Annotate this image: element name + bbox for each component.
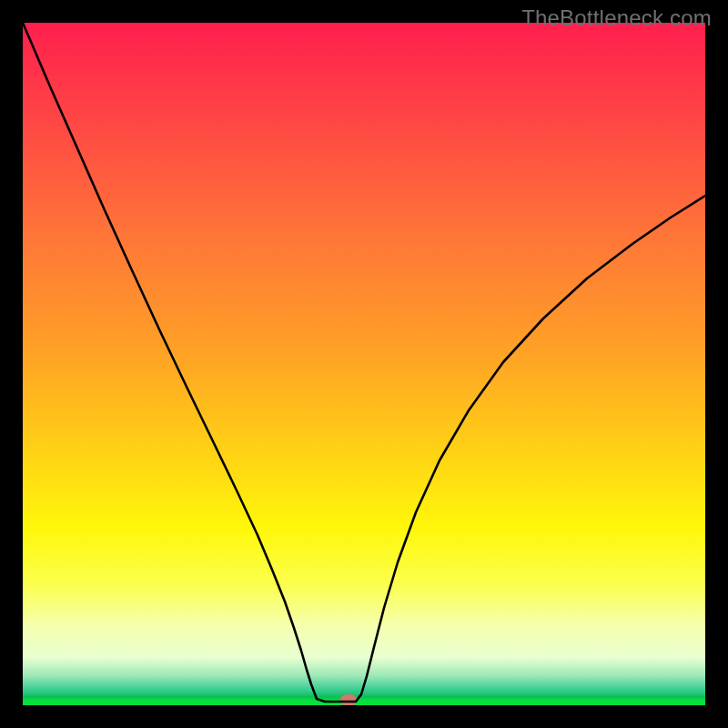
plot-area xyxy=(23,23,705,705)
watermark-text: TheBottleneck.com xyxy=(521,5,712,31)
chart-root: TheBottleneck.com xyxy=(0,0,728,728)
curve-layer xyxy=(23,23,705,705)
curve-path xyxy=(23,23,705,702)
